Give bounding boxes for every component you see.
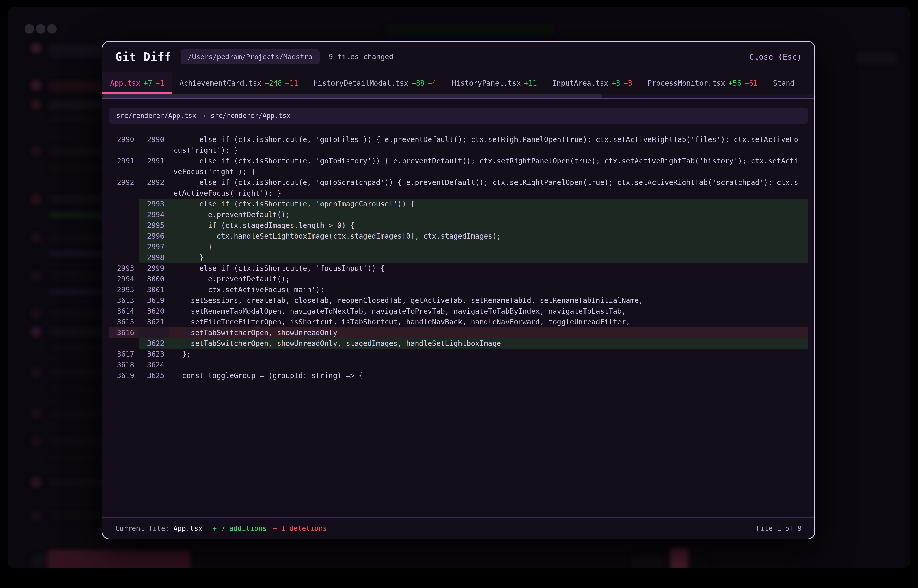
background-sidebar-icon-blurred [31,408,41,419]
code-line: ctx.setActiveFocus('main'); [170,284,808,295]
background-sidebar-icon-blurred [31,145,41,156]
old-line-number [109,166,139,177]
file-position: File 1 of 9 [756,524,802,532]
diff-row: 2990 2990 else if (ctx.isShortcut(e, 'go… [109,134,808,145]
new-line-number: 2998 [139,252,170,263]
code-line: ctx.handleSetLightboxImage(ctx.stagedIma… [170,231,808,242]
background-sidebar-icon-blurred [31,309,41,319]
diff-row: 2996 ctx.handleSetLightboxImage(ctx.stag… [109,231,808,242]
file-tab-additions: +56 [729,79,742,87]
file-tab-deletions: −1 [155,79,164,87]
old-line-number: 2994 [109,274,139,284]
file-tab-name: HistoryDetailModal.tsx [314,79,408,87]
new-line-number: 3625 [139,370,170,381]
old-line-number [109,210,139,220]
code-line: } [170,242,808,252]
diff-row: 2995 if (ctx.stagedImages.length > 0) { [109,220,808,231]
file-tab-name: AchievementCard.tsx [180,79,261,87]
background-sidebar-icon-blurred [31,367,41,378]
additions-count: + 7 additions [213,524,267,532]
old-line-number [109,242,139,252]
old-line-number: 3614 [109,306,139,317]
background-sidebar-icon-blurred [31,510,41,521]
old-line-number: 3613 [109,295,139,306]
code-line: setTabSwitcherOpen, showUnreadOnly [170,328,808,338]
background-sidebar-icon-blurred [31,194,41,204]
file-tab-additions: +7 [144,79,152,87]
diff-row: 2998 } [109,252,808,263]
old-line-number: 3617 [109,349,139,360]
new-line-number: 2995 [139,220,170,231]
background-sidebar-icon-blurred [31,436,41,447]
diff-row: 2993 2999 else if (ctx.isShortcut(e, 'fo… [109,263,808,274]
new-line-number: 3000 [139,274,170,284]
file-tab[interactable]: HistoryPanel.tsx +11 [444,72,545,94]
deletions-count: − 1 deletions [273,524,327,532]
background-record-button-blurred [670,548,688,568]
file-tab-additions: +248 [265,79,282,87]
current-file-name: App.tsx [173,524,202,532]
background-sidebar-icon-blurred [31,326,41,337]
new-line-number: 2993 [139,199,170,210]
diff-row: veFocus('right'); } [109,166,808,177]
file-tab[interactable]: AchievementCard.tsx +248 −11 [172,72,306,94]
diff-row: 3617 3623 }; [109,349,808,360]
background-primary-button-blurred [47,550,190,568]
new-line-number: 2991 [139,156,170,166]
code-line: } [170,252,808,263]
code-line: setSessions, createTab, closeTab, reopen… [170,295,808,306]
code-line: e.preventDefault(); [170,210,808,220]
code-line: setTabSwitcherOpen, showUnreadOnly, stag… [170,338,808,349]
file-path-header: src/renderer/App.tsx → src/renderer/App.… [109,108,808,124]
background-sidebar-icon-blurred [31,80,41,90]
tabs-scrollbar[interactable] [102,94,814,99]
close-button[interactable]: Close (Esc) [749,52,802,61]
old-line-number: 2991 [109,156,139,166]
background-status-text-blurred [712,565,788,568]
code-line [170,360,808,370]
diff-row: etActiveFocus('right'); } [109,188,808,199]
diff-row: 2994 3000 e.preventDefault(); [109,274,808,284]
diff-row: 2995 3001 ctx.setActiveFocus('main'); [109,284,808,295]
new-line-number: 2994 [139,210,170,220]
background-status-text-blurred [711,551,792,560]
code-line: etActiveFocus('right'); } [170,188,808,199]
modal-footer: Current file: App.tsx + 7 additions − 1 … [102,517,814,539]
file-tab-name: HistoryPanel.tsx [452,79,521,87]
background-bottom-control [631,554,664,568]
old-line-number [109,252,139,263]
code-line: if (ctx.stagedImages.length > 0) { [170,220,808,231]
git-diff-modal: Git Diff /Users/pedram/Projects/Maestro … [102,41,815,540]
code-line: cus('right'); } [170,145,808,156]
file-tab[interactable]: HistoryDetailModal.tsx +88 −4 [306,72,444,94]
diff-row: 3618 3624 [109,360,808,370]
diff-row: 3622 setTabSwitcherOpen, showUnreadOnly,… [109,338,808,349]
new-line-number: 3623 [139,349,170,360]
tabs-scrollbar-thumb[interactable] [102,94,602,99]
new-line-number [139,166,170,177]
old-line-number: 3616 [109,328,139,338]
diff-row: 3616 setTabSwitcherOpen, showUnreadOnly [109,328,808,338]
file-tab-name: Stand [773,79,794,87]
old-line-number [109,231,139,242]
file-path-from: src/renderer/App.tsx [116,112,196,120]
new-line-number: 2999 [139,263,170,274]
file-tab[interactable]: App.tsx +7 −1 [102,72,172,94]
background-sidebar-icon-blurred [31,99,41,110]
new-line-number: 3619 [139,295,170,306]
new-line-number: 2992 [139,177,170,188]
file-tab-name: App.tsx [110,79,140,87]
file-tab[interactable]: ProcessMonitor.tsx +56 −61 [640,72,766,94]
file-tab[interactable]: InputArea.tsx +3 −3 [545,72,640,94]
new-line-number [139,328,170,338]
code-line: else if (ctx.isShortcut(e, 'focusInput')… [170,263,808,274]
code-line: else if (ctx.isShortcut(e, 'goToFiles'))… [170,134,808,145]
background-sidebar-icon-blurred [31,232,41,243]
diff-row: 2997 } [109,242,808,252]
file-tab-additions: +3 [612,79,620,87]
code-line: veFocus('right'); } [170,166,808,177]
code-line: setFileTreeFilterOpen, isShortcut, isTab… [170,317,808,328]
old-line-number: 2990 [109,134,139,145]
file-tab[interactable]: Stand [765,72,802,94]
diff-row: 3614 3620 setRenameTabModalOpen, navigat… [109,306,808,317]
